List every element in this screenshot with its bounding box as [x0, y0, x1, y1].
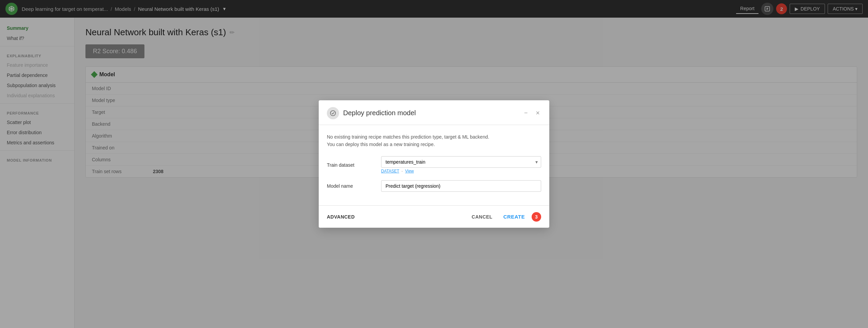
cancel-button[interactable]: CANCEL: [468, 211, 496, 222]
model-name-label: Model name: [327, 183, 381, 189]
modal-footer-left: ADVANCED: [327, 211, 355, 222]
modal-footer: ADVANCED CANCEL CREATE 3: [319, 205, 549, 228]
train-dataset-field: Train dataset temperatures_train ▾ DATAS…: [327, 156, 541, 173]
train-dataset-sub-label: DATASET: [381, 169, 399, 173]
modal-minimize-button[interactable]: −: [521, 109, 531, 117]
train-dataset-control: temperatures_train ▾ DATASET - View: [381, 156, 541, 173]
modal-header: Deploy prediction model − ×: [319, 100, 549, 125]
step-3-badge: 3: [532, 212, 541, 222]
train-dataset-view-link[interactable]: View: [405, 169, 414, 173]
modal-body: No existing training recipe matches this…: [319, 125, 549, 206]
train-dataset-label: Train dataset: [327, 162, 381, 168]
create-button[interactable]: CREATE: [502, 211, 526, 222]
train-dataset-select-wrap: temperatures_train ▾: [381, 156, 541, 168]
train-dataset-sub: DATASET - View: [381, 169, 541, 173]
svg-point-12: [331, 110, 336, 116]
train-dataset-select[interactable]: temperatures_train: [381, 156, 541, 168]
modal-title: Deploy prediction model: [343, 109, 517, 117]
modal-description-line1: No existing training recipe matches this…: [327, 134, 489, 140]
modal-description: No existing training recipe matches this…: [327, 133, 541, 148]
modal-overlay: Deploy prediction model − × No existing …: [0, 0, 868, 328]
modal-footer-right: CANCEL CREATE 3: [468, 211, 541, 222]
model-name-field: Model name: [327, 180, 541, 192]
deploy-modal: Deploy prediction model − × No existing …: [319, 100, 549, 228]
advanced-button[interactable]: ADVANCED: [327, 211, 355, 222]
modal-close-button[interactable]: ×: [534, 109, 541, 117]
modal-description-line2: You can deploy this model as a new train…: [327, 142, 435, 147]
model-name-control: [381, 180, 541, 192]
model-name-input[interactable]: [381, 180, 541, 192]
modal-header-icon: [327, 107, 339, 119]
